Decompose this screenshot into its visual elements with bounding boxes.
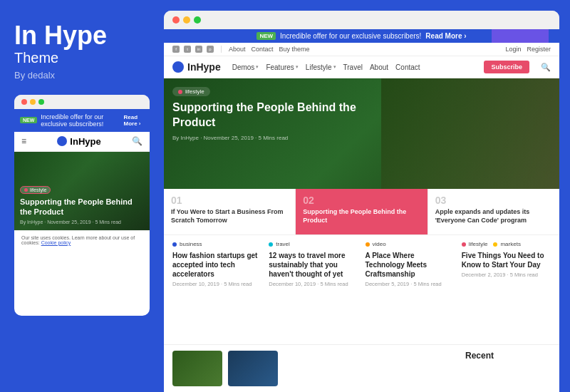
utility-links: About Contact Buy theme <box>229 46 310 53</box>
hero-title: Supporting the People Behind the Product <box>172 100 390 130</box>
bottom-thumbnails <box>172 351 457 386</box>
nav-links: Demos ▾ Features ▾ Lifestyle ▾ Travel Ab… <box>232 63 473 71</box>
mobile-hero-title: Supporting the People Behind the Product <box>20 197 144 217</box>
tag-label-4b: markets <box>500 241 520 247</box>
related-item-1[interactable]: 01 If You Were to Start a Business From … <box>164 189 296 234</box>
register-link[interactable]: Register <box>527 46 551 53</box>
mobile-mockup: NEW Incredible offer for our exclusive s… <box>14 95 150 316</box>
site-hero: lifestyle Supporting the People Behind t… <box>164 78 559 189</box>
site-utility-bar: f t in p About Contact Buy theme Login R… <box>164 43 559 56</box>
site-logo-icon <box>172 61 184 73</box>
nav-features[interactable]: Features ▾ <box>266 63 298 71</box>
articles-section: business How fashion startups get accept… <box>164 235 559 344</box>
tag-dot-4a <box>462 242 466 247</box>
mobile-read-more[interactable]: Read More › <box>123 114 144 127</box>
about-link[interactable]: About <box>229 46 246 53</box>
tag-label-2: travel <box>276 241 290 247</box>
related-num-3: 03 <box>435 195 552 206</box>
brand-title: In Hype Theme <box>14 21 150 66</box>
facebook-icon[interactable]: f <box>172 46 180 53</box>
mobile-nav: ≡ InHype 🔍 <box>14 132 150 152</box>
article-title-1: How fashion startups get accepted into t… <box>172 251 261 279</box>
related-title-2: Supporting the People Behind the Product <box>303 208 420 225</box>
article-card-1[interactable]: business How fashion startups get accept… <box>172 241 261 287</box>
desktop-site-content: NEW Incredible offer for our exclusive s… <box>164 29 559 392</box>
site-logo-text: InHype <box>187 61 221 73</box>
banner-read-more[interactable]: Read More › <box>425 32 466 40</box>
mobile-logo-icon <box>57 136 67 146</box>
nav-contact[interactable]: Contact <box>395 63 420 71</box>
nav-about[interactable]: About <box>370 63 388 71</box>
instagram-icon[interactable]: in <box>195 46 202 53</box>
related-item-3[interactable]: 03 Apple expands and updates its 'Everyo… <box>428 189 559 234</box>
mobile-logo-text: InHype <box>70 136 100 147</box>
tag-dot-2 <box>269 242 273 247</box>
tag-dot-1 <box>172 242 177 247</box>
articles-grid: business How fashion startups get accept… <box>172 241 551 287</box>
mobile-logo[interactable]: InHype <box>57 136 100 147</box>
nav-lifestyle[interactable]: Lifestyle ▾ <box>306 63 336 71</box>
desktop-dot-yellow <box>183 16 190 24</box>
related-item-2[interactable]: 02 Supporting the People Behind the Prod… <box>296 189 428 234</box>
article-title-2: 12 ways to travel more sustainably that … <box>269 251 358 279</box>
left-panel: In Hype Theme By dedalx NEW Incredible o… <box>0 0 164 392</box>
banner-new-badge: NEW <box>256 32 276 40</box>
mobile-top-bar <box>14 95 150 109</box>
mobile-dot-yellow <box>30 99 36 105</box>
site-logo[interactable]: InHype <box>172 61 221 73</box>
banner-message: Incredible offer for our exclusive subsc… <box>280 32 421 40</box>
banner-promo-block <box>492 29 549 43</box>
tag-label-4a: lifestyle <box>469 241 488 247</box>
mobile-cookie-link[interactable]: Cookie policy <box>41 240 71 245</box>
hero-image <box>381 78 559 189</box>
hero-tag-dot <box>178 90 182 94</box>
nav-demos[interactable]: Demos ▾ <box>232 63 259 71</box>
mobile-search-icon[interactable]: 🔍 <box>132 136 142 146</box>
related-articles-row: 01 If You Were to Start a Business From … <box>164 189 559 235</box>
article-tag-2: travel <box>269 241 358 247</box>
contact-link[interactable]: Contact <box>252 46 274 53</box>
subscribe-button[interactable]: Subscribe <box>484 61 529 73</box>
thumbnail-2[interactable] <box>228 351 278 386</box>
search-icon[interactable]: 🔍 <box>541 63 551 72</box>
desktop-top-bar <box>164 11 559 29</box>
article-title-3: A Place Where Technology Meets Craftsman… <box>366 251 455 279</box>
article-card-2[interactable]: travel 12 ways to travel more sustainabl… <box>269 241 358 287</box>
buy-theme-link[interactable]: Buy theme <box>279 46 310 53</box>
hero-tag-text: lifestyle <box>185 88 204 95</box>
brand-by: By dedalx <box>14 70 150 81</box>
desktop-dot-green <box>194 16 201 24</box>
nav-travel[interactable]: Travel <box>343 63 363 71</box>
divider <box>221 46 222 53</box>
mobile-dot-green <box>38 99 44 105</box>
article-tag-4: lifestyle markets <box>462 241 551 247</box>
related-num-2: 02 <box>303 195 420 206</box>
twitter-icon[interactable]: t <box>184 46 191 53</box>
tag-dot-4b <box>493 242 497 247</box>
brand-name: In Hype <box>14 21 107 50</box>
tag-label-1: business <box>180 241 202 247</box>
login-link[interactable]: Login <box>505 46 521 53</box>
recent-section: Recent <box>465 351 551 386</box>
article-tag-3: video <box>366 241 455 247</box>
mobile-cookie-notice: Our site uses cookies. Learn more about … <box>14 230 150 249</box>
mobile-hero-meta: By InHype · November 25, 2019 · 5 Mins r… <box>20 220 144 225</box>
article-card-3[interactable]: video A Place Where Technology Meets Cra… <box>366 241 455 287</box>
mobile-banner: NEW Incredible offer for our exclusive s… <box>14 109 150 132</box>
mobile-lifestyle-dot <box>24 188 28 192</box>
thumbnail-1[interactable] <box>172 351 222 386</box>
desktop-dot-red <box>172 16 180 24</box>
tag-label-3: video <box>373 241 386 247</box>
site-main-nav: InHype Demos ▾ Features ▾ Lifestyle ▾ Tr… <box>164 56 559 78</box>
pinterest-icon[interactable]: p <box>207 46 214 53</box>
related-num-1: 01 <box>171 195 288 206</box>
utility-right: Login Register <box>505 46 551 53</box>
brand-block: In Hype Theme By dedalx <box>14 21 150 81</box>
article-meta-2: December 10, 2019 · 5 Mins read <box>269 281 358 287</box>
article-card-4[interactable]: lifestyle markets Five Things You Need t… <box>462 241 551 287</box>
mobile-banner-message: Incredible offer for our exclusive subsc… <box>41 113 120 128</box>
utility-left: f t in p About Contact Buy theme <box>172 46 310 53</box>
mobile-hamburger[interactable]: ≡ <box>21 136 26 146</box>
mobile-new-badge: NEW <box>20 117 37 123</box>
article-meta-4: December 2, 2019 · 5 Mins read <box>462 272 551 278</box>
